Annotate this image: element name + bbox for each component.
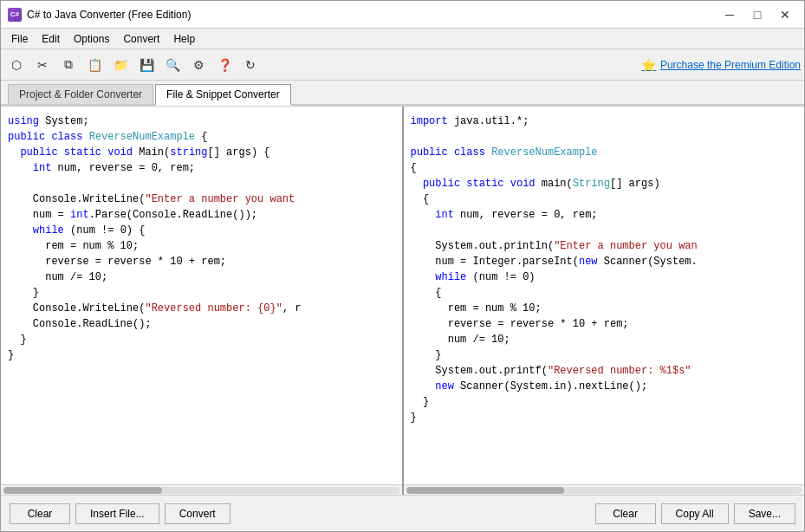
toolbar-settings-button[interactable]: ⚙ bbox=[186, 53, 211, 77]
left-horizontal-scrollbar[interactable] bbox=[1, 484, 402, 495]
right-code-area[interactable]: import java.util.*; public class Reverse… bbox=[404, 107, 805, 484]
app-icon: C# bbox=[8, 8, 22, 22]
right-scrollbar-track[interactable] bbox=[406, 487, 802, 494]
convert-button[interactable]: Convert bbox=[165, 503, 230, 524]
toolbar-open-button[interactable]: 📁 bbox=[108, 53, 133, 77]
toolbar-help-button[interactable]: ❓ bbox=[212, 53, 237, 77]
bottom-right-buttons: Clear Copy All Save... bbox=[587, 503, 804, 524]
right-code-text: import java.util.*; public class Reverse… bbox=[411, 114, 798, 425]
tab-project-folder[interactable]: Project & Folder Converter bbox=[8, 84, 153, 104]
menu-convert[interactable]: Convert bbox=[116, 31, 166, 47]
menu-help[interactable]: Help bbox=[166, 31, 202, 47]
main-content: using System; public class ReverseNumExa… bbox=[1, 106, 804, 495]
left-code-area[interactable]: using System; public class ReverseNumExa… bbox=[1, 107, 402, 484]
right-clear-button[interactable]: Clear bbox=[595, 503, 656, 524]
toolbar-paste-button[interactable]: 📋 bbox=[82, 53, 107, 77]
menu-bar: File Edit Options Convert Help bbox=[1, 29, 804, 49]
left-clear-button[interactable]: Clear bbox=[10, 503, 70, 524]
toolbar-search-button[interactable]: 🔍 bbox=[160, 53, 185, 77]
left-code-scroll[interactable]: using System; public class ReverseNumExa… bbox=[8, 114, 395, 477]
left-code-panel: using System; public class ReverseNumExa… bbox=[1, 107, 404, 495]
insert-file-button[interactable]: Insert File... bbox=[75, 503, 159, 524]
maximize-button[interactable]: □ bbox=[745, 4, 769, 25]
bottom-left-buttons: Clear Insert File... Convert bbox=[1, 503, 587, 524]
copy-all-button[interactable]: Copy All bbox=[661, 503, 729, 524]
right-scrollbar-thumb[interactable] bbox=[406, 487, 565, 494]
tab-file-snippet[interactable]: File & Snippet Converter bbox=[155, 84, 291, 106]
toolbar-copy-button[interactable]: ⧉ bbox=[56, 53, 81, 77]
toolbar: ⬡ ✂ ⧉ 📋 📁 💾 🔍 ⚙ ❓ ↻ ⭐ Purchase the Premi… bbox=[1, 49, 804, 81]
premium-link[interactable]: ⭐ Purchase the Premium Edition bbox=[641, 57, 801, 73]
left-scrollbar-track[interactable] bbox=[3, 487, 399, 494]
left-scrollbar-thumb[interactable] bbox=[3, 487, 162, 494]
main-window: C# C# to Java Converter (Free Edition) ─… bbox=[0, 0, 805, 532]
tab-bar: Project & Folder Converter File & Snippe… bbox=[1, 81, 804, 106]
right-horizontal-scrollbar[interactable] bbox=[404, 484, 805, 495]
bottom-bar: Clear Insert File... Convert Clear Copy … bbox=[1, 495, 804, 531]
right-code-panel: import java.util.*; public class Reverse… bbox=[404, 107, 805, 495]
save-button[interactable]: Save... bbox=[734, 503, 795, 524]
menu-file[interactable]: File bbox=[4, 31, 35, 47]
close-button[interactable]: ✕ bbox=[773, 4, 797, 25]
premium-icon: ⭐ bbox=[641, 57, 657, 73]
window-title: C# to Java Converter (Free Edition) bbox=[27, 9, 717, 21]
minimize-button[interactable]: ─ bbox=[717, 4, 742, 25]
toolbar-refresh-button[interactable]: ↻ bbox=[238, 53, 263, 77]
premium-link-text[interactable]: Purchase the Premium Edition bbox=[660, 59, 801, 71]
menu-options[interactable]: Options bbox=[67, 31, 116, 47]
title-bar: C# C# to Java Converter (Free Edition) ─… bbox=[1, 1, 804, 29]
left-code-text: using System; public class ReverseNumExa… bbox=[8, 114, 395, 363]
window-controls: ─ □ ✕ bbox=[717, 4, 797, 25]
toolbar-save-button[interactable]: 💾 bbox=[134, 53, 159, 77]
menu-edit[interactable]: Edit bbox=[35, 31, 67, 47]
right-code-scroll[interactable]: import java.util.*; public class Reverse… bbox=[411, 114, 798, 477]
toolbar-new-button[interactable]: ⬡ bbox=[4, 53, 29, 77]
toolbar-cut-button[interactable]: ✂ bbox=[30, 53, 55, 77]
